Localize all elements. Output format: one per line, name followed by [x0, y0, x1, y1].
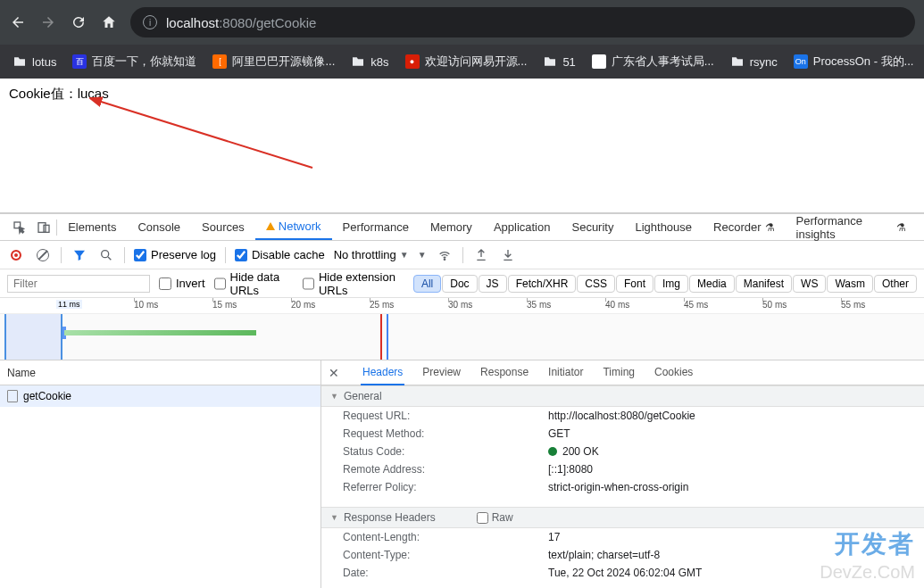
site-info-icon[interactable]: i — [143, 15, 157, 29]
bookmark-item[interactable]: [阿里巴巴开源镜像... — [212, 54, 335, 70]
filter-pill-all[interactable]: All — [413, 275, 441, 293]
ruler-tick: 30 ms — [448, 300, 472, 310]
ruler-tick: 25 ms — [370, 300, 394, 310]
filter-pill-img[interactable]: Img — [654, 275, 688, 293]
tab-sources[interactable]: Sources — [191, 214, 255, 240]
tab-network[interactable]: Network — [255, 214, 332, 240]
flask-icon: ⚗ — [765, 221, 775, 234]
detail-tab-cookies[interactable]: Cookies — [653, 360, 695, 385]
header-row: Referrer Policy:strict-origin-when-cross… — [321, 478, 924, 496]
load-line — [387, 314, 388, 360]
ruler-tick: 55 ms — [841, 300, 865, 310]
filter-pill-other[interactable]: Other — [874, 275, 917, 293]
bookmark-item[interactable]: 百百度一下，你就知道 — [72, 54, 196, 70]
flask-icon: ⚗ — [896, 221, 906, 234]
filter-pill-fetch/xhr[interactable]: Fetch/XHR — [508, 275, 577, 293]
header-row: Content-Type:text/plain; charset=utf-8 — [321, 546, 924, 564]
favicon: ◎ — [592, 54, 606, 69]
filter-pill-ws[interactable]: WS — [793, 275, 826, 293]
detail-tab-timing[interactable]: Timing — [601, 360, 637, 385]
favicon: 百 — [72, 54, 87, 69]
bookmark-item[interactable]: 51 — [543, 54, 575, 69]
download-icon[interactable] — [499, 248, 517, 262]
hide-extension-urls-checkbox[interactable]: Hide extension URLs — [303, 270, 404, 297]
detail-tab-initiator[interactable]: Initiator — [546, 360, 585, 385]
close-icon[interactable]: ✕ — [329, 366, 345, 380]
chevron-down-icon[interactable]: ▼ — [418, 250, 427, 260]
bookmark-item[interactable]: lotus — [12, 54, 56, 69]
name-column-header[interactable]: Name — [0, 360, 320, 385]
disable-cache-checkbox[interactable]: Disable cache — [235, 248, 325, 261]
folder-icon — [351, 54, 365, 69]
invert-checkbox[interactable]: Invert — [159, 277, 205, 290]
detail-tab-response[interactable]: Response — [479, 360, 530, 385]
wifi-icon[interactable] — [436, 248, 454, 262]
general-section-header[interactable]: ▼General — [321, 385, 924, 407]
filter-pill-font[interactable]: Font — [616, 275, 653, 293]
detail-tab-headers[interactable]: Headers — [361, 360, 404, 385]
reload-icon[interactable] — [70, 13, 87, 31]
bookmark-item[interactable]: k8s — [351, 54, 388, 69]
bookmark-item[interactable]: ◎广东省人事考试局... — [592, 54, 714, 70]
tab-memory[interactable]: Memory — [420, 214, 483, 240]
search-icon[interactable] — [97, 248, 115, 262]
svg-rect-3 — [44, 225, 49, 232]
filter-pill-js[interactable]: JS — [479, 275, 507, 293]
tab-elements[interactable]: Elements — [57, 214, 127, 240]
devtools-tabs: ElementsConsoleSources NetworkPerformanc… — [0, 214, 924, 241]
svg-point-4 — [102, 250, 109, 257]
back-icon[interactable] — [9, 13, 27, 31]
tab-performance[interactable]: Performance — [332, 214, 420, 240]
filter-pill-css[interactable]: CSS — [577, 275, 615, 293]
devtools: ElementsConsoleSources NetworkPerformanc… — [0, 213, 924, 588]
warning-icon — [266, 222, 275, 230]
filter-pill-doc[interactable]: Doc — [442, 275, 477, 293]
home-icon[interactable] — [100, 13, 118, 31]
detail-tab-preview[interactable]: Preview — [420, 360, 462, 385]
page-content: Cookie值：lucas — [0, 79, 924, 213]
record-button[interactable] — [7, 250, 25, 261]
inspect-icon[interactable] — [7, 220, 32, 235]
bookmark-item[interactable]: rsync — [730, 54, 778, 69]
svg-point-6 — [444, 259, 445, 260]
forward-icon[interactable] — [39, 13, 57, 31]
bookmarks-bar: lotus百百度一下，你就知道[阿里巴巴开源镜像...k8s●欢迎访问网易开源.… — [0, 45, 924, 79]
filter-bar: Invert Hide data URLs Hide extension URL… — [0, 269, 924, 298]
tab-application[interactable]: Application — [483, 214, 562, 240]
svg-line-0 — [98, 101, 312, 168]
svg-line-5 — [108, 257, 111, 260]
ruler-tick: 35 ms — [527, 300, 551, 310]
response-headers-section-header[interactable]: ▼Response HeadersRaw — [321, 507, 924, 528]
tab-performance-insights[interactable]: Performance insights ⚗ — [786, 214, 917, 240]
raw-checkbox[interactable]: Raw — [477, 511, 513, 524]
filter-pill-wasm[interactable]: Wasm — [827, 275, 873, 293]
filter-pill-manifest[interactable]: Manifest — [736, 275, 792, 293]
upload-icon[interactable] — [472, 248, 490, 262]
ruler-tick: 10 ms — [134, 300, 158, 310]
timeline-selection[interactable]: 11 ms — [4, 314, 62, 360]
device-toggle-icon[interactable] — [32, 220, 57, 235]
timeline[interactable]: 10 ms15 ms20 ms25 ms30 ms35 ms40 ms45 ms… — [0, 298, 924, 360]
ruler-tick: 50 ms — [762, 300, 787, 310]
preserve-log-checkbox[interactable]: Preserve log — [134, 248, 216, 261]
tab-recorder[interactable]: Recorder ⚗ — [703, 214, 785, 240]
hide-data-urls-checkbox[interactable]: Hide data URLs — [214, 270, 294, 297]
nav-toolbar: i localhost:8080/getCookie — [0, 0, 924, 45]
bookmark-item[interactable]: ●欢迎访问网易开源... — [405, 54, 528, 70]
bookmark-item[interactable]: OnProcessOn - 我的... — [794, 54, 914, 70]
type-filter-pills: AllDocJSFetch/XHRCSSFontImgMediaManifest… — [413, 275, 917, 293]
header-row: Remote Address:[::1]:8080 — [321, 460, 924, 478]
tab-console[interactable]: Console — [127, 214, 191, 240]
favicon: [ — [212, 54, 227, 69]
request-list: Name getCookie — [0, 360, 321, 588]
tab-lighthouse[interactable]: Lighthouse — [624, 214, 703, 240]
filter-pill-media[interactable]: Media — [689, 275, 735, 293]
filter-icon[interactable] — [71, 248, 88, 262]
filter-input[interactable] — [7, 275, 150, 293]
request-row[interactable]: getCookie — [0, 385, 320, 407]
clear-button[interactable] — [34, 249, 52, 261]
header-row: Date:Tue, 22 Oct 2024 06:02:04 GMT — [321, 564, 924, 582]
address-bar[interactable]: i localhost:8080/getCookie — [130, 7, 915, 37]
tab-security[interactable]: Security — [561, 214, 624, 240]
throttling-select[interactable]: No throttling▼ — [334, 248, 409, 261]
